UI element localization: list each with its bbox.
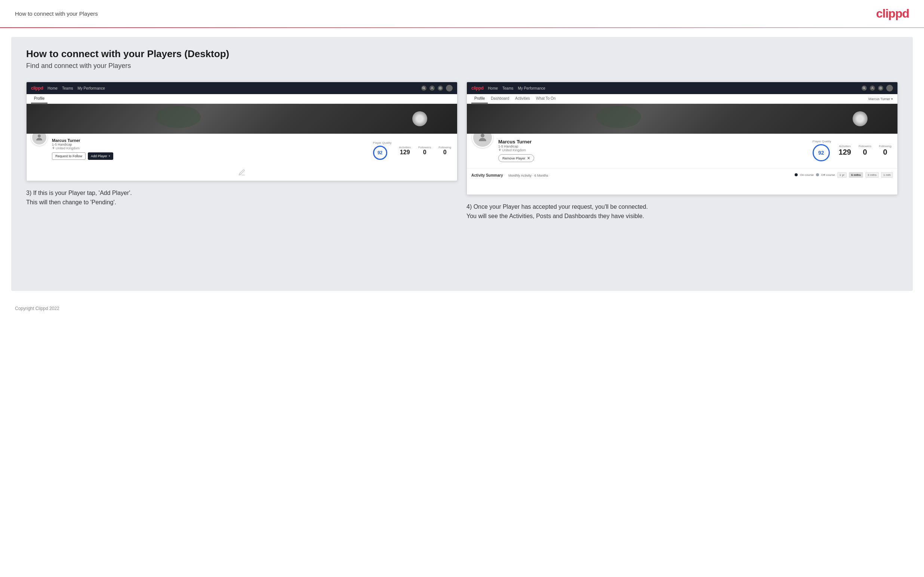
stats-row-1: Player Quality 92 Activities 129 Followe…	[368, 141, 457, 163]
svg-point-9	[880, 87, 881, 89]
time-3mths[interactable]: 3 mths	[865, 172, 879, 178]
nav-home-1[interactable]: Home	[47, 86, 58, 90]
activity-controls: On course Off course 1 yr 6 mths 3 mths …	[795, 172, 893, 178]
player-location-2: United Kingdom	[498, 148, 803, 152]
settings-icon-1[interactable]	[438, 85, 443, 91]
svg-line-1	[424, 89, 425, 89]
player-location-1: United Kingdom	[52, 147, 364, 150]
banner-1	[27, 104, 457, 134]
add-player-button-1[interactable]: Add Player +	[88, 152, 113, 160]
stats-row-2: Player Quality 92 Activities 129 Followe…	[808, 140, 897, 165]
tab-profile-1[interactable]: Profile	[31, 94, 47, 103]
nav-logo-1: clippd	[31, 85, 43, 91]
page-breadcrumb: How to connect with your Players	[15, 10, 98, 17]
stat-followers-1: Followers 0	[418, 146, 431, 156]
top-bar: How to connect with your Players clippd	[0, 0, 924, 28]
caption-text-2: 4) Once your Player has accepted your re…	[467, 202, 898, 221]
svg-line-7	[864, 89, 865, 89]
tab-activities-2[interactable]: Activities	[512, 94, 533, 103]
profile-buttons-1: Request to Follow Add Player +	[52, 152, 364, 160]
profile-stats-row-1: Marcus Turner 1-5 Handicap United Kingdo…	[27, 134, 457, 166]
bar-group-1	[542, 191, 612, 192]
nav-logo-2: clippd	[471, 85, 483, 91]
page-subheading: Find and connect with your Players	[26, 62, 898, 70]
search-icon-1[interactable]	[421, 85, 426, 91]
svg-point-10	[880, 87, 882, 89]
sub-tabs-2: Profile Dashboard Activities What To On …	[467, 94, 897, 104]
time-1yr[interactable]: 1 yr	[837, 172, 846, 178]
stat-following-2: Following 0	[879, 145, 892, 156]
bar-group-3	[683, 191, 753, 192]
player-handicap-1: 1-5 Handicap	[52, 143, 364, 147]
stat-activities-1: Activities 129	[399, 146, 411, 156]
offcourse-label: Off course	[821, 173, 835, 177]
profile-info-1: Marcus Turner 1-5 Handicap United Kingdo…	[52, 137, 364, 160]
tab-dashboard-2[interactable]: Dashboard	[488, 94, 512, 103]
bar-group-0	[471, 191, 541, 192]
svg-point-5	[38, 134, 41, 137]
footer: Copyright Clippd 2022	[0, 300, 924, 317]
screenshot-1: clippd Home Teams My Performance	[26, 82, 457, 181]
caption-text-1: 3) If this is your Player tap, 'Add Play…	[26, 189, 457, 207]
svg-point-6	[863, 87, 865, 89]
svg-point-4	[439, 87, 441, 89]
tab-whattoon-2[interactable]: What To On	[533, 94, 559, 103]
time-1mth[interactable]: 1 mth	[881, 172, 893, 178]
user-icon-2[interactable]	[870, 85, 875, 91]
activity-period: Monthly Activity · 6 Months	[508, 174, 548, 177]
svg-point-0	[423, 87, 425, 89]
svg-point-8	[872, 87, 873, 88]
player-selector[interactable]: Marcus Turner ▾	[868, 94, 893, 103]
copyright: Copyright Clippd 2022	[15, 306, 60, 311]
search-icon-2[interactable]	[862, 85, 867, 91]
caption-2: 4) Once your Player has accepted your re…	[467, 202, 898, 221]
page-heading: How to connect with your Players (Deskto…	[26, 48, 898, 60]
sub-tabs-1: Profile	[27, 94, 457, 104]
nav-myperformance-2[interactable]: My Performance	[518, 86, 545, 90]
remove-player-button[interactable]: Remove Player ✕	[498, 154, 534, 162]
svg-point-3	[439, 87, 441, 89]
offcourse-legend-dot	[816, 173, 819, 176]
nav-teams-2[interactable]: Teams	[502, 86, 513, 90]
stat-quality-2: Player Quality 92	[813, 140, 831, 161]
activity-summary: Activity Summary Monthly Activity · 6 Mo…	[467, 168, 897, 195]
clippd-logo: clippd	[876, 7, 909, 21]
avatar-icon-2[interactable]	[886, 85, 893, 92]
stat-quality-1: Player Quality 92	[373, 141, 392, 160]
caption-1: 3) If this is your Player tap, 'Add Play…	[26, 189, 457, 207]
quality-circle-1: 92	[373, 146, 387, 160]
oncourse-legend-dot	[795, 173, 798, 176]
screenshot-2: clippd Home Teams My Performance	[467, 82, 898, 195]
panel-1: clippd Home Teams My Performance	[26, 82, 457, 207]
stat-activities-2: Activities 129	[839, 145, 851, 156]
time-6mths[interactable]: 6 mths	[849, 172, 863, 178]
player-name-1: Marcus Turner	[52, 138, 364, 143]
profile-section-2: Marcus Turner 1-5 Handicap United Kingdo…	[467, 134, 808, 165]
bar-group-2	[612, 191, 682, 192]
profile-info-2: Marcus Turner 1-5 Handicap United Kingdo…	[498, 137, 803, 162]
nav-icons-1	[421, 85, 453, 92]
app-nav-2: clippd Home Teams My Performance	[467, 82, 897, 94]
avatar-icon-1[interactable]	[446, 85, 453, 92]
player-handicap-2: 1-5 Handicap	[498, 145, 803, 148]
mini-bar-chart	[471, 181, 893, 192]
settings-icon-2[interactable]	[878, 85, 883, 91]
profile-section-1: Marcus Turner 1-5 Handicap United Kingdo…	[27, 134, 368, 163]
main-content: How to connect with your Players (Deskto…	[11, 37, 913, 291]
stat-followers-2: Followers 0	[859, 145, 871, 156]
bar-group-4	[753, 191, 823, 192]
nav-home-2[interactable]: Home	[488, 86, 498, 90]
edit-area-1	[27, 166, 457, 181]
svg-point-2	[431, 87, 433, 88]
user-icon-1[interactable]	[430, 85, 435, 91]
panels-row: clippd Home Teams My Performance	[26, 82, 898, 221]
svg-point-11	[481, 134, 485, 137]
nav-myperformance-1[interactable]: My Performance	[78, 86, 105, 90]
quality-circle-2: 92	[813, 144, 830, 161]
activity-header: Activity Summary Monthly Activity · 6 Mo…	[471, 171, 893, 178]
follow-button-1[interactable]: Request to Follow	[52, 152, 86, 160]
tab-profile-2[interactable]: Profile	[471, 94, 488, 103]
nav-teams-1[interactable]: Teams	[62, 86, 73, 90]
panel-2: clippd Home Teams My Performance	[467, 82, 898, 221]
banner-2	[467, 104, 897, 134]
